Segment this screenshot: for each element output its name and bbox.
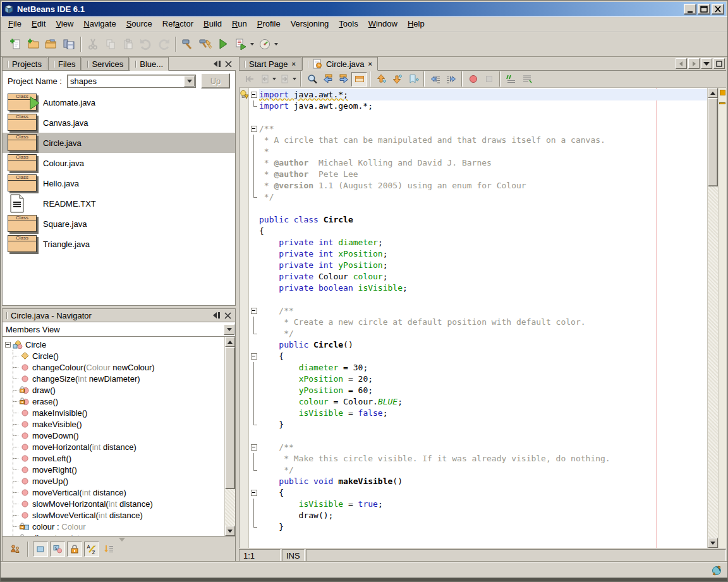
tree-expander-icon[interactable] — [5, 342, 11, 348]
menu-run[interactable]: Run — [227, 17, 252, 30]
clean-build-project-button[interactable] — [197, 35, 214, 53]
scroll-up-icon[interactable] — [708, 88, 718, 98]
show-fields-button[interactable] — [33, 542, 48, 557]
menu-build[interactable]: Build — [198, 17, 227, 30]
tab-scroll-left-icon[interactable] — [676, 58, 687, 69]
code-line[interactable]: public class Circle — [249, 214, 707, 226]
file-item-readme-txt[interactable]: README.TXT — [3, 193, 235, 214]
code-line[interactable]: yPosition = 60; — [249, 385, 707, 396]
shift-right-button[interactable] — [443, 72, 459, 87]
start-macro-button[interactable] — [465, 72, 481, 87]
uncomment-button[interactable] — [519, 72, 535, 87]
code-line[interactable]: { — [249, 226, 707, 237]
tab-files[interactable]: Files — [48, 57, 81, 70]
toggle-bookmark-button[interactable] — [405, 72, 421, 87]
find-next-button[interactable] — [336, 72, 351, 87]
member-circle[interactable]: Circle() — [13, 350, 224, 361]
open-project-button[interactable] — [42, 35, 60, 53]
find-previous-button[interactable] — [320, 72, 336, 87]
code-line[interactable]: public Circle() — [249, 339, 707, 351]
code-line[interactable]: /** — [249, 442, 707, 453]
editor-tab-circlejava[interactable]: Circle.java× — [302, 57, 378, 71]
build-project-button[interactable] — [179, 35, 197, 53]
scroll-up-icon[interactable] — [225, 337, 235, 347]
code-line[interactable] — [249, 294, 707, 305]
new-file-button[interactable] — [7, 35, 25, 53]
previous-bookmark-button[interactable] — [373, 72, 389, 87]
shift-left-button[interactable] — [427, 72, 443, 87]
file-item-colour-java[interactable]: ClassColour.java — [3, 153, 235, 173]
code-line[interactable]: diameter = 30; — [249, 362, 707, 373]
code-line[interactable] — [249, 112, 707, 123]
fold-margin[interactable] — [249, 89, 259, 100]
close-tab-icon[interactable]: × — [368, 61, 372, 68]
file-item-canvas-java[interactable]: ClassCanvas.java — [3, 112, 235, 133]
code-line[interactable]: import java.awt.*; — [249, 89, 707, 100]
member-circle[interactable]: Circle — [5, 339, 224, 350]
code-line[interactable]: * — [249, 146, 707, 157]
code-line[interactable]: import java.awt.geom.*; — [249, 100, 707, 112]
code-line[interactable]: private Colour colour; — [249, 271, 707, 282]
member-slowmovehorizontal[interactable]: slowMoveHorizontal(int distance) — [13, 498, 224, 509]
show-non-public-button[interactable] — [67, 542, 82, 557]
tab-projects[interactable]: Projects — [2, 57, 47, 70]
close-panel-icon[interactable] — [224, 312, 231, 319]
member-moveleft[interactable]: moveLeft() — [13, 452, 224, 464]
file-item-hello-java[interactable]: ClassHello.java — [3, 173, 235, 193]
code-line[interactable]: draw(); — [249, 510, 707, 521]
file-item-automate-java[interactable]: ClassAutomate.java — [3, 92, 235, 112]
member-erase[interactable]: erase() — [13, 396, 224, 407]
update-center-icon[interactable] — [712, 565, 722, 576]
editor-scrollbar[interactable] — [707, 88, 718, 548]
code-line[interactable]: xPosition = 20; — [249, 373, 707, 385]
new-project-button[interactable] — [25, 35, 42, 53]
menu-refactor[interactable]: Refactor — [157, 17, 198, 30]
show-statics-button[interactable]: S — [50, 542, 65, 557]
code-line[interactable]: private int xPosition; — [249, 248, 707, 260]
warning-bulb-icon[interactable] — [240, 90, 248, 99]
next-bookmark-button[interactable] — [389, 72, 405, 87]
code-line[interactable]: { — [249, 487, 707, 499]
code-line[interactable] — [249, 203, 707, 214]
scroll-down-icon[interactable] — [225, 526, 235, 536]
member-makevisible[interactable]: makeVisible() — [13, 418, 224, 430]
editor-tab-startpage[interactable]: Start Page× — [239, 57, 301, 70]
code-line[interactable]: * @version 1.1 (August 2005) using an en… — [249, 180, 707, 191]
dropdown-arrow-icon[interactable] — [293, 78, 296, 80]
debug-project-button[interactable] — [232, 35, 256, 53]
fold-margin[interactable] — [249, 442, 259, 453]
close-panel-icon[interactable] — [225, 61, 232, 68]
code-line[interactable]: /** — [249, 305, 707, 317]
menu-view[interactable]: View — [51, 17, 78, 30]
member-movedown[interactable]: moveDown() — [13, 430, 224, 441]
code-line[interactable]: * Make this circle visible. If it was al… — [249, 453, 707, 464]
tab-scroll-right-icon[interactable] — [688, 58, 700, 69]
warning-status-icon[interactable] — [720, 90, 725, 95]
menu-help[interactable]: Help — [403, 17, 430, 30]
fold-margin[interactable] — [249, 305, 259, 317]
sort-source-button[interactable] — [101, 542, 116, 557]
scroll-thumb[interactable] — [708, 98, 718, 186]
maximize-editor-icon[interactable] — [713, 58, 725, 69]
close-button[interactable] — [712, 4, 724, 15]
code-line[interactable]: private int yPosition; — [249, 260, 707, 271]
scroll-down-icon[interactable] — [708, 538, 718, 548]
close-tab-icon[interactable]: × — [291, 61, 295, 68]
sort-alpha-button[interactable]: AZ — [84, 542, 99, 557]
minimize-button[interactable] — [684, 4, 696, 15]
resize-grip-icon[interactable] — [119, 538, 125, 542]
menu-source[interactable]: Source — [121, 17, 157, 30]
code-line[interactable] — [249, 430, 707, 442]
member-slowmovevertical[interactable]: slowMoveVertical(int distance) — [13, 509, 224, 521]
menu-profile[interactable]: Profile — [252, 17, 286, 30]
code-line[interactable]: isVisible = true; — [249, 499, 707, 510]
file-item-triangle-java[interactable]: ClassTriangle.java — [3, 234, 235, 254]
code-line[interactable]: * A circle that can be manipulated and t… — [249, 135, 707, 146]
show-inherited-button[interactable] — [8, 542, 23, 557]
tab-list-dropdown-icon[interactable] — [701, 58, 712, 69]
up-button[interactable]: Up — [201, 73, 230, 88]
find-selection-button[interactable] — [304, 72, 320, 87]
member-moveright[interactable]: moveRight() — [13, 464, 224, 475]
member-changesize[interactable]: changeSize(int newDiameter) — [13, 373, 224, 384]
code-line[interactable]: */ — [249, 328, 707, 339]
